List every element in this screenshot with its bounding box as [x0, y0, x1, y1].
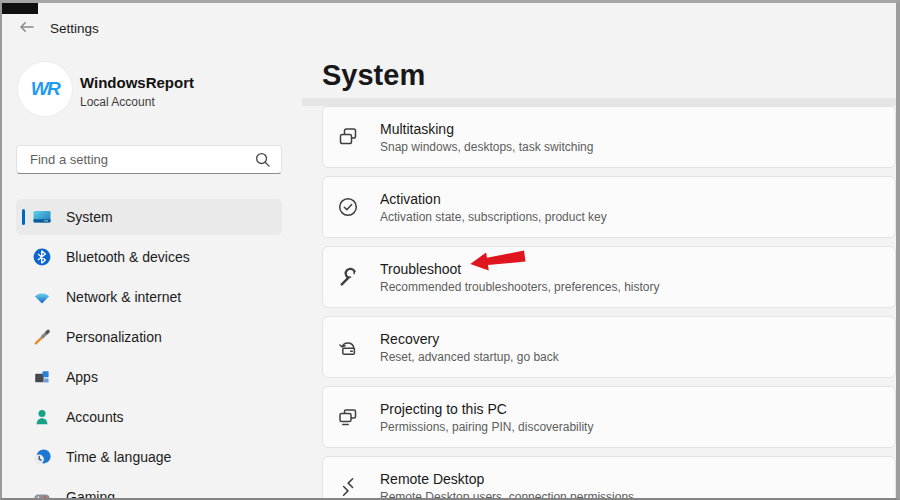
settings-window: Settings WR WindowsReport Local Account … [0, 0, 900, 500]
settings-card-multitasking[interactable]: Multitasking Snap windows, desktops, tas… [322, 106, 896, 168]
sidebar-item-apps[interactable]: Apps [16, 359, 282, 395]
selected-accent-bar [22, 209, 25, 225]
card-title: Projecting to this PC [380, 401, 593, 417]
sidebar-item-system[interactable]: System [16, 199, 282, 235]
scroll-gap-band [302, 98, 896, 106]
settings-card-activation[interactable]: Activation Activation state, subscriptio… [322, 176, 896, 238]
search-input[interactable] [30, 152, 254, 167]
personalization-icon [32, 327, 52, 347]
search-box[interactable] [16, 145, 282, 174]
card-subtitle: Snap windows, desktops, task switching [380, 140, 593, 154]
card-subtitle: Permissions, pairing PIN, discoverabilit… [380, 420, 593, 434]
sidebar-item-personalization[interactable]: Personalization [16, 319, 282, 355]
sidebar: WR WindowsReport Local Account System Bl… [2, 3, 302, 498]
settings-card-projecting[interactable]: Projecting to this PC Permissions, pairi… [322, 386, 896, 448]
card-subtitle: Activation state, subscriptions, product… [380, 210, 607, 224]
card-subtitle: Remote Desktop users, connection permiss… [380, 490, 634, 500]
page-title: System [322, 59, 425, 92]
remote-desktop-icon [336, 475, 360, 499]
activation-icon [336, 195, 360, 219]
sidebar-item-label: Personalization [66, 329, 162, 345]
card-title: Multitasking [380, 121, 593, 137]
card-title: Recovery [380, 331, 559, 347]
sidebar-item-label: Bluetooth & devices [66, 249, 190, 265]
avatar: WR [18, 62, 72, 116]
main-pane: System Multitasking Snap windows, deskto… [302, 3, 896, 498]
sidebar-item-gaming[interactable]: Gaming [16, 479, 282, 500]
search-icon [254, 151, 271, 168]
projecting-icon [336, 405, 360, 429]
sidebar-nav: System Bluetooth & devices Network & int… [16, 199, 282, 500]
sidebar-item-bluetooth-devices[interactable]: Bluetooth & devices [16, 239, 282, 275]
sidebar-item-accounts[interactable]: Accounts [16, 399, 282, 435]
card-subtitle: Reset, advanced startup, go back [380, 350, 559, 364]
sidebar-item-time-language[interactable]: Time & language [16, 439, 282, 475]
bluetooth-icon [32, 247, 52, 267]
time-language-icon [32, 447, 52, 467]
settings-card-list: Multitasking Snap windows, desktops, tas… [322, 106, 896, 500]
settings-card-troubleshoot[interactable]: Troubleshoot Recommended troubleshooters… [322, 246, 896, 308]
sidebar-item-network-internet[interactable]: Network & internet [16, 279, 282, 315]
sidebar-item-label: System [66, 209, 113, 225]
settings-card-recovery[interactable]: Recovery Reset, advanced startup, go bac… [322, 316, 896, 378]
sidebar-item-label: Accounts [66, 409, 124, 425]
gaming-icon [32, 487, 52, 500]
sidebar-item-label: Network & internet [66, 289, 181, 305]
sidebar-item-label: Gaming [66, 489, 115, 500]
card-title: Remote Desktop [380, 471, 634, 487]
card-title: Activation [380, 191, 607, 207]
network-icon [32, 287, 52, 307]
card-subtitle: Recommended troubleshooters, preferences… [380, 280, 659, 294]
user-name: WindowsReport [80, 74, 194, 91]
sidebar-item-label: Apps [66, 369, 98, 385]
multitasking-icon [336, 125, 360, 149]
settings-card-remote-desktop[interactable]: Remote Desktop Remote Desktop users, con… [322, 456, 896, 500]
apps-icon [32, 367, 52, 387]
accounts-icon [32, 407, 52, 427]
sidebar-item-label: Time & language [66, 449, 171, 465]
user-account-type: Local Account [80, 95, 155, 109]
recovery-icon [336, 335, 360, 359]
troubleshoot-icon [336, 265, 360, 289]
system-icon [32, 207, 52, 227]
